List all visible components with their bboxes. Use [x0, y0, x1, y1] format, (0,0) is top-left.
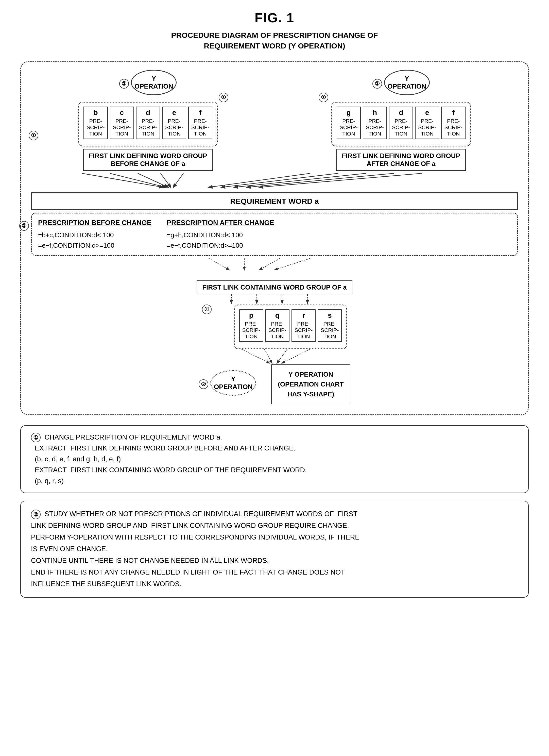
arrows-svg-4	[211, 349, 338, 364]
outer-dashed-container: ① ② Y OPERATION ①	[20, 61, 529, 415]
svg-line-20	[277, 349, 287, 363]
left-word-group: b PRE-SCRIP-TION c PRE-SCRIP-TION d PRE-…	[78, 102, 218, 146]
y-operation-side-note: Y OPERATION(OPERATION CHARTHAS Y-SHAPE)	[271, 364, 350, 404]
prescription-details: PRESCRIPTION BEFORE CHANGE =b+c,CONDITIO…	[38, 217, 511, 251]
svg-line-12	[260, 258, 280, 270]
y-operation-right: Y OPERATION	[384, 70, 430, 95]
svg-line-10	[209, 258, 229, 270]
circle-2-left: ②	[119, 79, 129, 89]
circle-2-bottom: ②	[199, 379, 208, 389]
prescription-d-left: d PRE-SCRIP-TION	[136, 107, 160, 139]
prescription-details-container: ① PRESCRIPTION BEFORE CHANGE =b+c,CONDIT…	[31, 213, 518, 256]
top-section: ② Y OPERATION ① b PRE-SCRIP-TION	[31, 70, 518, 171]
prescription-after-line1: =g+h,CONDITION:d< 100	[167, 230, 274, 241]
circle-2-right: ②	[372, 79, 382, 89]
y-operation-bottom: Y OPERATION	[210, 370, 256, 396]
svg-line-4	[173, 173, 184, 187]
svg-line-7	[234, 173, 366, 187]
note-2-text: STUDY WHETHER OR NOT PRESCRIPTIONS OF IN…	[31, 510, 359, 587]
svg-line-0	[82, 173, 163, 187]
prescription-after-title: PRESCRIPTION AFTER CHANGE	[167, 217, 274, 228]
containing-prescriptions-row: p PRE-SCRIP-TION q PRE-SCRIP-TION r PRE-…	[239, 309, 342, 342]
left-prescriptions-row: b PRE-SCRIP-TION c PRE-SCRIP-TION d PRE-…	[84, 107, 212, 139]
svg-line-21	[282, 349, 310, 363]
prescription-before-col: PRESCRIPTION BEFORE CHANGE =b+c,CONDITIO…	[38, 217, 152, 251]
containing-label: FIRST LINK CONTAINING WORD GROUP OF a	[197, 280, 352, 294]
prescription-before-line2: =e−f,CONDITION:d>=100	[38, 240, 152, 251]
note-1-box: ① CHANGE PRESCRIPTION OF REQUIREMENT WOR…	[20, 425, 529, 493]
right-prescriptions-row: g PRE-SCRIP-TION h PRE-SCRIP-TION d PRE-…	[337, 107, 465, 139]
prescription-e-right: e PRE-SCRIP-TION	[415, 107, 439, 139]
arrows-area	[31, 173, 518, 190]
note-2-box: ② STUDY WHETHER OR NOT PRESCRIPTIONS OF …	[20, 501, 529, 597]
right-word-group: g PRE-SCRIP-TION h PRE-SCRIP-TION d PRE-…	[331, 102, 471, 146]
prescription-p: p PRE-SCRIP-TION	[239, 309, 263, 342]
containing-word-group: p PRE-SCRIP-TION q PRE-SCRIP-TION r PRE-…	[234, 305, 347, 349]
prescription-f-right: f PRE-SCRIP-TION	[441, 107, 465, 139]
prescription-after-line2: =e−f,CONDITION:d>=100	[167, 240, 274, 251]
containing-section: FIRST LINK CONTAINING WORD GROUP OF a ①	[31, 278, 518, 404]
prescription-f-left: f PRE-SCRIP-TION	[188, 107, 212, 139]
page-title: FIG. 1	[20, 10, 529, 25]
prescription-r: r PRE-SCRIP-TION	[291, 309, 315, 342]
arrows-svg-2	[31, 258, 518, 271]
prescription-g: g PRE-SCRIP-TION	[337, 107, 361, 139]
arrows-area-2	[31, 258, 518, 273]
prescription-h: h PRE-SCRIP-TION	[363, 107, 387, 139]
svg-line-5	[209, 173, 310, 187]
prescription-q: q PRE-SCRIP-TION	[266, 309, 289, 342]
svg-line-1	[110, 173, 166, 187]
arrows-svg	[31, 173, 518, 189]
note-1-num: ①	[31, 433, 41, 442]
arrows-svg-3	[211, 294, 338, 305]
svg-line-3	[161, 173, 171, 187]
requirement-word-box: REQUIREMENT WORD a	[31, 192, 518, 210]
right-column: ② Y OPERATION ① g PRE-SCRIP-TION	[284, 70, 518, 171]
circle-1-containing: ①	[202, 305, 212, 314]
y-operation-left: Y OPERATION	[131, 70, 177, 95]
circle-1-top-left: ①	[219, 93, 228, 102]
circle-1-top-right: ①	[319, 93, 328, 102]
right-word-group-label: FIRST LINK DEFINING WORD GROUPAFTER CHAN…	[336, 149, 466, 171]
circle-1-inner: ①	[19, 221, 29, 231]
prescription-e-left: e PRE-SCRIP-TION	[162, 107, 186, 139]
prescription-before-line1: =b+c,CONDITION:d< 100	[38, 230, 152, 241]
svg-line-18	[242, 349, 270, 363]
prescription-before-title: PRESCRIPTION BEFORE CHANGE	[38, 217, 152, 228]
prescription-c: c PRE-SCRIP-TION	[110, 107, 134, 139]
note-2-num: ②	[31, 510, 41, 519]
svg-line-2	[138, 173, 168, 187]
note-1-text: CHANGE PRESCRIPTION OF REQUIREMENT WORD …	[31, 433, 307, 485]
prescription-s: s PRE-SCRIP-TION	[317, 309, 342, 342]
left-column: ② Y OPERATION ① b PRE-SCRIP-TION	[31, 70, 265, 171]
svg-line-9	[260, 173, 422, 187]
svg-line-13	[275, 258, 310, 270]
left-word-group-label: FIRST LINK DEFINING WORD GROUPBEFORE CHA…	[83, 149, 213, 171]
subtitle: PROCEDURE DIAGRAM OF PRESCRIPTION CHANGE…	[20, 30, 529, 51]
prescription-b: b PRE-SCRIP-TION	[84, 107, 108, 139]
prescription-d-right: d PRE-SCRIP-TION	[389, 107, 413, 139]
prescription-after-col: PRESCRIPTION AFTER CHANGE =g+h,CONDITION…	[167, 217, 274, 251]
